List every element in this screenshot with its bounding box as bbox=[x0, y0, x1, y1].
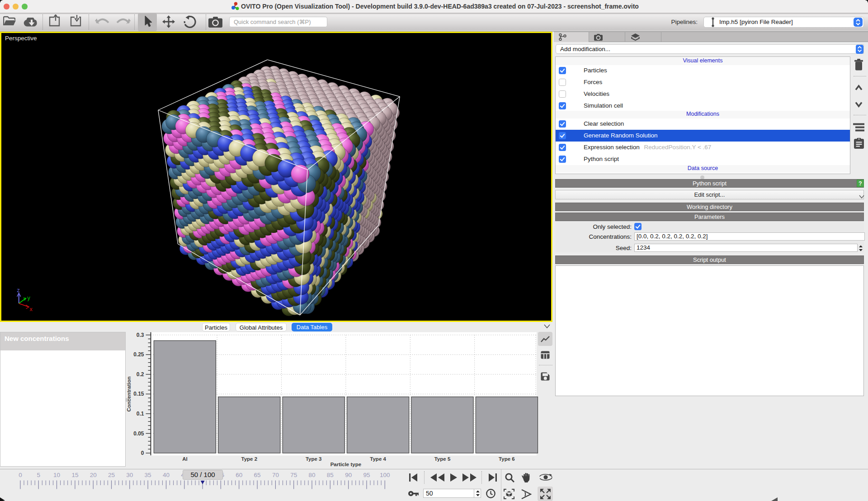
svg-text:0: 0 bbox=[141, 450, 144, 456]
svg-text:60: 60 bbox=[236, 472, 242, 478]
svg-text:100: 100 bbox=[380, 472, 390, 478]
svg-text:90: 90 bbox=[345, 472, 352, 478]
svg-text:30: 30 bbox=[126, 472, 133, 478]
svg-text:Type 2: Type 2 bbox=[241, 456, 258, 462]
svg-text:40: 40 bbox=[163, 472, 170, 478]
svg-text:Al: Al bbox=[182, 456, 188, 462]
svg-text:85: 85 bbox=[327, 472, 334, 478]
svg-text:95: 95 bbox=[363, 472, 370, 478]
svg-text:0.25: 0.25 bbox=[133, 351, 144, 358]
svg-text:0.3: 0.3 bbox=[137, 332, 144, 338]
svg-text:Type 4: Type 4 bbox=[370, 456, 386, 462]
svg-text:Type 5: Type 5 bbox=[434, 456, 451, 462]
svg-text:y: y bbox=[27, 295, 30, 302]
svg-text:0.1: 0.1 bbox=[137, 411, 144, 417]
svg-text:10: 10 bbox=[53, 472, 60, 478]
svg-text:Type 3: Type 3 bbox=[306, 456, 322, 462]
svg-text:z: z bbox=[17, 288, 20, 294]
svg-text:80: 80 bbox=[308, 472, 315, 478]
svg-text:0.15: 0.15 bbox=[133, 391, 144, 397]
svg-text:20: 20 bbox=[90, 472, 97, 478]
svg-text:x: x bbox=[29, 307, 33, 313]
svg-text:75: 75 bbox=[290, 472, 297, 478]
svg-text:0.05: 0.05 bbox=[133, 430, 144, 437]
svg-text:5: 5 bbox=[37, 472, 40, 478]
svg-text:0.2: 0.2 bbox=[137, 371, 144, 378]
svg-text:65: 65 bbox=[254, 472, 261, 478]
svg-text:35: 35 bbox=[145, 472, 151, 478]
svg-text:Concentration: Concentration bbox=[127, 376, 132, 411]
svg-text:Particle type: Particle type bbox=[330, 462, 361, 467]
svg-text:0: 0 bbox=[19, 472, 22, 478]
svg-text:Type 6: Type 6 bbox=[499, 456, 515, 462]
svg-text:15: 15 bbox=[71, 472, 78, 478]
svg-text:25: 25 bbox=[108, 472, 115, 478]
svg-text:70: 70 bbox=[272, 472, 279, 478]
